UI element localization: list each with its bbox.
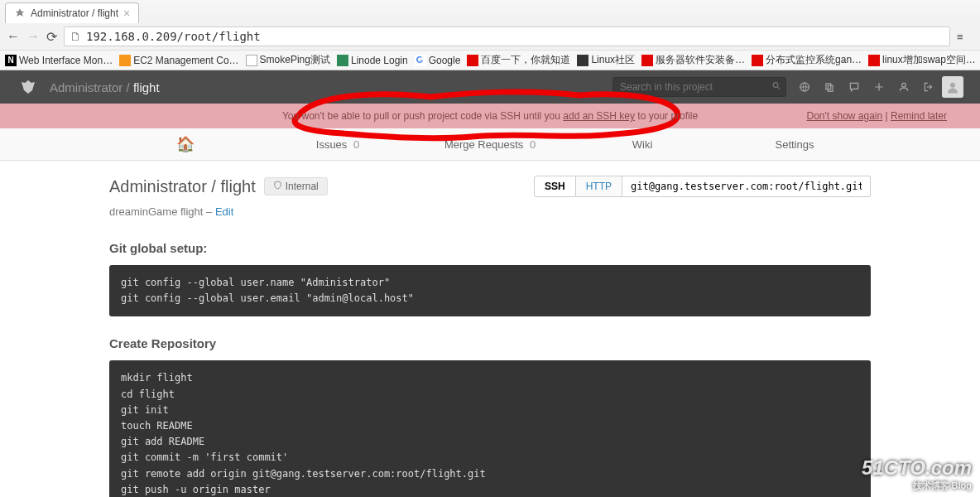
remind-later-link[interactable]: Remind later <box>891 110 947 122</box>
page-icon: 🗋 <box>70 30 81 43</box>
bookmark-icon <box>119 55 131 66</box>
project-title: Administrator / flight <box>109 177 256 196</box>
address-bar[interactable]: 🗋 192.168.0.209/root/flight <box>64 27 950 46</box>
back-button[interactable]: ← <box>7 29 20 44</box>
bookmark-icon <box>641 55 653 66</box>
breadcrumb-current: flight <box>133 80 160 94</box>
svg-rect-3 <box>826 84 831 89</box>
breadcrumb-parent[interactable]: Administrator <box>50 80 122 94</box>
project-search-input[interactable] <box>612 77 786 97</box>
chat-icon[interactable] <box>848 80 861 94</box>
project-sub-nav: 🏠 Issues 0 Merge Requests 0 Wiki Setting… <box>0 128 980 161</box>
bookmark-icon <box>337 55 348 66</box>
bookmark-item[interactable]: EC2 Management Co… <box>119 55 238 66</box>
watermark: 51CTO.com 技术博客 Blog <box>862 456 972 492</box>
nav-home[interactable]: 🏠 <box>109 128 262 160</box>
create-repo-heading: Create Repository <box>109 336 871 350</box>
project-header: Administrator / flight Internal SSH HTTP <box>109 176 871 197</box>
svg-point-5 <box>902 83 906 87</box>
url-text: 192.168.0.209/root/flight <box>86 30 261 43</box>
nav-settings[interactable]: Settings <box>718 132 871 157</box>
home-icon: 🏠 <box>176 136 195 152</box>
visibility-badge: Internal <box>264 177 328 195</box>
nav-issues[interactable]: Issues 0 <box>262 132 414 157</box>
copy-icon[interactable] <box>823 80 836 94</box>
header-icons <box>798 80 935 94</box>
clone-url-input[interactable] <box>622 176 871 197</box>
bookmark-icon <box>752 55 763 66</box>
tab-favicon-icon <box>14 7 26 19</box>
bookmark-item[interactable]: NWeb Interface Mon… <box>5 55 113 66</box>
svg-point-0 <box>773 83 778 88</box>
bookmark-icon: N <box>5 55 17 66</box>
ssh-button[interactable]: SSH <box>534 176 576 197</box>
bookmark-item[interactable]: 分布式监控系统gan… <box>752 53 862 67</box>
browser-tab[interactable]: Administrator / flight × <box>5 2 139 23</box>
avatar[interactable] <box>942 76 963 98</box>
tab-title: Administrator / flight <box>31 7 118 19</box>
plus-icon[interactable] <box>872 80 886 94</box>
svg-point-6 <box>950 83 955 88</box>
globe-icon[interactable] <box>798 80 811 94</box>
git-setup-heading: Git global setup: <box>109 241 871 255</box>
logout-icon[interactable] <box>922 80 935 94</box>
bookmark-icon <box>467 55 478 66</box>
clone-url-group: SSH HTTP <box>534 176 871 197</box>
dont-show-again-link[interactable]: Don't show again <box>806 110 882 122</box>
tab-close-icon[interactable]: × <box>123 7 130 20</box>
bookmarks-bar: NWeb Interface Mon… EC2 Management Co… S… <box>0 50 980 70</box>
bookmark-item[interactable]: Linode Login <box>337 55 408 66</box>
bookmark-item[interactable]: Linux社区 <box>577 53 635 67</box>
reload-button[interactable]: ⟳ <box>46 29 57 45</box>
gitlab-header: Administrator / flight <box>0 70 980 104</box>
bookmark-icon <box>868 55 880 66</box>
user-icon[interactable] <box>897 80 910 94</box>
header-breadcrumb: Administrator / flight <box>50 80 612 94</box>
add-ssh-key-link[interactable]: add an SSH key <box>563 110 635 122</box>
shield-icon <box>273 181 282 192</box>
search-icon <box>771 81 781 94</box>
browser-chrome: Administrator / flight × ← → ⟳ 🗋 192.168… <box>0 0 980 70</box>
create-repo-code: mkdir flight cd flight git init touch RE… <box>109 360 871 497</box>
alert-actions: Don't show again | Remind later <box>806 110 947 122</box>
project-description: dreaminGame flight – Edit <box>109 205 871 218</box>
gitlab-logo-icon[interactable] <box>17 75 40 99</box>
bookmark-item[interactable]: 服务器软件安装备… <box>641 53 745 67</box>
nav-merge-requests[interactable]: Merge Requests 0 <box>414 132 566 157</box>
svg-rect-4 <box>828 85 833 91</box>
project-main: Administrator / flight Internal SSH HTTP… <box>109 161 871 497</box>
browser-menu-icon[interactable]: ≡ <box>957 31 973 43</box>
bookmark-icon <box>246 55 257 66</box>
bookmark-item[interactable]: 百度一下，你就知道 <box>467 53 570 67</box>
http-button[interactable]: HTTP <box>576 176 622 197</box>
bookmark-item[interactable]: linux增加swap空间… <box>868 53 976 67</box>
git-setup-code: git config --global user.name "Administr… <box>109 265 871 316</box>
bookmark-icon <box>415 55 426 66</box>
forward-button: → <box>26 29 40 44</box>
browser-nav-bar: ← → ⟳ 🗋 192.168.0.209/root/flight ≡ <box>0 23 980 50</box>
bookmark-icon <box>577 55 588 66</box>
nav-wiki[interactable]: Wiki <box>566 132 718 157</box>
bookmark-item[interactable]: Google <box>415 55 461 66</box>
bookmark-item[interactable]: SmokePing测试 <box>246 53 330 67</box>
svg-line-1 <box>778 87 781 89</box>
edit-description-link[interactable]: Edit <box>215 205 233 218</box>
browser-tab-bar: Administrator / flight × <box>0 0 980 23</box>
ssh-key-alert: You won't be able to pull or push projec… <box>0 104 980 128</box>
